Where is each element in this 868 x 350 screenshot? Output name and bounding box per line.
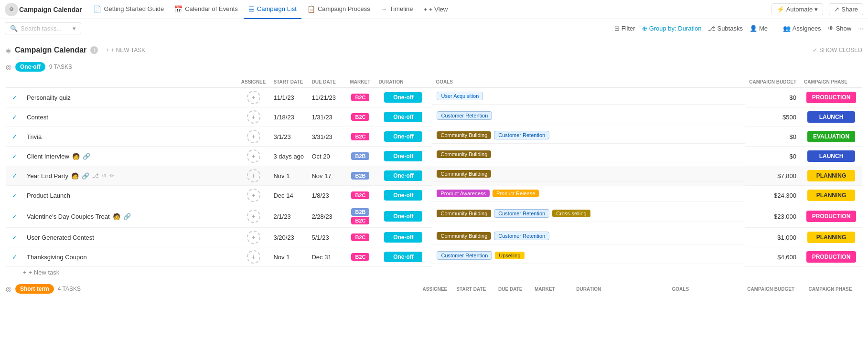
start-date: 2/1/23 [269,205,308,228]
expand-icon[interactable]: ◉ [6,47,11,54]
duration-cell: One-off [375,247,432,267]
table-row: ✓ Thanksgiving Coupon + Nov 1 Dec 31 B2C… [6,247,862,267]
assignee-cell[interactable]: + [237,186,270,205]
info-button[interactable]: i [90,46,98,54]
tab-campaign-process[interactable]: 📋 Campaign Process [302,0,375,19]
main-content: ◉ Campaign Calendar i + + NEW TASK ✓ SHO… [0,38,868,294]
due-date: 1/31/23 [308,107,346,127]
assignee-cell[interactable]: + [237,166,270,186]
task-name[interactable]: Thanksgiving Coupon [27,254,234,261]
task-check[interactable]: ✓ [6,127,23,147]
goals-cell: Product AwarenessProduct Release [432,186,745,202]
assignee-cell[interactable]: + [237,127,270,147]
task-name[interactable]: Product Launch [27,192,234,199]
col-header-assignee-st: ASSIGNEE [419,286,451,292]
col-header-phase: CAMPAIGN PHASE [800,76,862,88]
task-name[interactable]: User Generated Contest [27,234,234,241]
task-check[interactable]: ✓ [6,147,23,166]
link-icon: 🔗 [82,172,89,180]
assignees-icon: 👥 [783,25,791,32]
tab-calendar-events[interactable]: 📅 Calendar of Events [170,0,243,19]
group-header-one-off: ◎ One-off 9 TASKS [6,59,862,74]
page-title: Campaign Calendar [15,46,86,54]
col-header-market: MARKET [346,76,375,88]
app-icon: ⚙ [5,3,18,16]
tab-campaign-list[interactable]: ☰ Campaign List [244,0,301,19]
assignee-cell[interactable]: + [237,147,270,166]
task-name[interactable]: Trivia [27,133,234,140]
budget-cell: $24,300 [745,186,800,205]
col-header-due: DUE DATE [308,76,346,88]
group-short-term: ◎ Short term 4 TASKS ASSIGNEE START DATE… [6,280,862,294]
goals-cell: Customer Retention [432,107,745,124]
person-icon: 🧑 [113,213,120,220]
search-input[interactable]: 🔍 Search tasks... ▾ [5,22,81,34]
budget-cell: $4,600 [745,247,800,267]
assignee-cell[interactable]: + [237,205,270,228]
assignee-cell[interactable]: + [237,88,270,107]
tab-getting-started[interactable]: 📄 Getting Started Guide [88,0,169,19]
phase-cell: LAUNCH [800,107,862,127]
start-date: 3/20/23 [269,228,308,247]
task-check[interactable]: ✓ [6,205,23,228]
group-collapse-icon[interactable]: ◎ [6,63,11,71]
task-name-cell: Year End Party 🧑 🔗 ⎇ ↺ ✏ [23,166,237,186]
show-button[interactable]: 👁 Show [828,25,852,32]
market-cell: B2C [346,228,375,247]
share-button[interactable]: ↗ Share [829,3,863,15]
task-check[interactable]: ✓ [6,247,23,267]
task-name[interactable]: Year End Party 🧑 🔗 ⎇ ↺ ✏ [27,172,234,180]
filter-button[interactable]: ⊟ Filter [614,25,635,32]
col-header-start: START DATE [269,76,308,88]
market-cell: B2B B2C [346,205,375,228]
task-name[interactable]: Personality quiz [27,94,234,101]
me-button[interactable]: 👤 Me [750,25,768,32]
col-header-assignee: ASSIGNEE [237,76,270,88]
task-name[interactable]: Contest [27,114,234,121]
task-check[interactable]: ✓ [6,228,23,247]
nav-right: ⚡ Automate ▾ ↗ Share [772,3,863,15]
phase-cell: LAUNCH [800,147,862,166]
add-task-link[interactable]: + + New task [6,267,862,278]
ellipsis-icon: ··· [858,25,863,32]
task-check[interactable]: ✓ [6,166,23,186]
task-name-cell: Valentine's Day Couples Treat 🧑 🔗 [23,205,237,228]
assignee-cell[interactable]: + [237,247,270,267]
person-icon: 🧑 [71,172,79,180]
tab-timeline[interactable]: → Timeline [376,0,418,19]
task-check[interactable]: ✓ [6,107,23,127]
due-date: Oct 20 [308,147,346,166]
assignee-cell[interactable]: + [237,228,270,247]
due-date: Nov 17 [308,166,346,186]
task-name[interactable]: Valentine's Day Couples Treat 🧑 🔗 [27,213,234,220]
search-icon: 🔍 [10,25,18,32]
assignee-cell[interactable]: + [237,107,270,127]
task-check[interactable]: ✓ [6,186,23,205]
task-name[interactable]: Client Interview 🧑 🔗 [27,153,234,160]
goals-cell: Community Building [432,166,745,182]
group-badge-short-term[interactable]: Short term [15,284,54,294]
duration-cell: One-off [375,228,432,247]
subtasks-button[interactable]: ⎇ Subtasks [708,25,742,32]
filter-icon: ⊟ [614,25,620,32]
market-cell: B2C [346,247,375,267]
task-check[interactable]: ✓ [6,88,23,107]
assignees-button[interactable]: 👥 Assignees [783,25,821,32]
duration-cell: One-off [375,186,432,205]
due-date: 11/21/23 [308,88,346,107]
table-row: ✓ Personality quiz + 11/1/23 11/21/23 B2… [6,88,862,107]
list-icon: ☰ [248,5,255,13]
add-view-button[interactable]: + + View [418,4,452,15]
table-row: ✓ Contest + 1/18/23 1/31/23 B2C One-off … [6,107,862,127]
group-badge-one-off[interactable]: One-off [15,62,45,72]
start-date: Nov 1 [269,166,308,186]
plus-icon: + [106,47,109,53]
repeat-icon: ↺ [102,172,107,179]
show-closed-button[interactable]: ✓ SHOW CLOSED [813,47,862,53]
group-collapse-icon[interactable]: ◎ [6,285,11,293]
new-task-button[interactable]: + + NEW TASK [106,47,145,53]
automate-button[interactable]: ⚡ Automate ▾ [772,3,824,15]
group-by-button[interactable]: ⊕ Group by: Duration [642,25,702,32]
more-options-button[interactable]: ··· [858,25,863,32]
table-row: ✓ Year End Party 🧑 🔗 ⎇ ↺ ✏ + Nov 1 N [6,166,862,186]
